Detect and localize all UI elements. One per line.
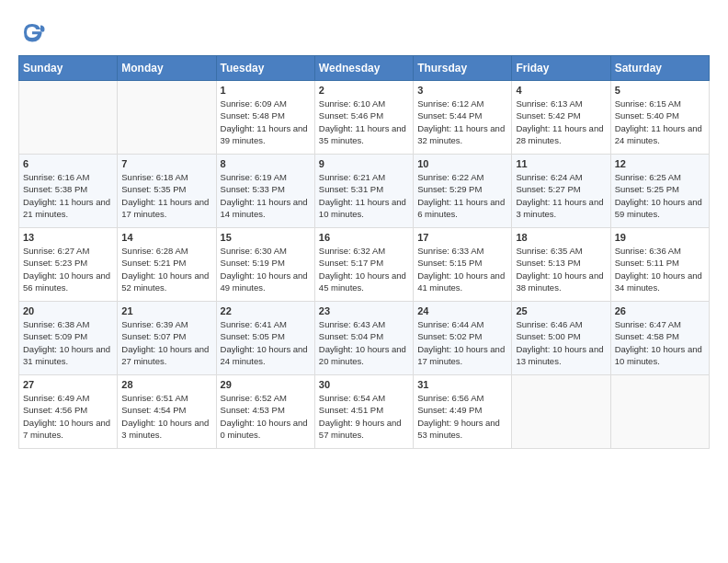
- calendar-cell: 21Sunrise: 6:39 AM Sunset: 5:07 PM Dayli…: [118, 302, 216, 375]
- day-number: 12: [615, 158, 705, 169]
- calendar-cell: [19, 81, 118, 155]
- calendar-cell: 19Sunrise: 6:36 AM Sunset: 5:11 PM Dayli…: [610, 228, 709, 302]
- day-header-thursday: Thursday: [414, 56, 512, 81]
- calendar-cell: 22Sunrise: 6:41 AM Sunset: 5:05 PM Dayli…: [216, 302, 314, 375]
- calendar-cell: 14Sunrise: 6:28 AM Sunset: 5:21 PM Dayli…: [118, 228, 216, 302]
- day-info: Sunrise: 6:43 AM Sunset: 5:04 PM Dayligh…: [319, 318, 409, 367]
- day-info: Sunrise: 6:19 AM Sunset: 5:33 PM Dayligh…: [221, 171, 311, 220]
- day-number: 6: [23, 158, 113, 169]
- calendar-cell: 23Sunrise: 6:43 AM Sunset: 5:04 PM Dayli…: [314, 302, 413, 375]
- day-number: 9: [319, 158, 409, 169]
- page-header: [18, 18, 710, 46]
- day-number: 16: [319, 232, 409, 243]
- calendar-cell: 5Sunrise: 6:15 AM Sunset: 5:40 PM Daylig…: [610, 81, 709, 155]
- calendar-cell: 27Sunrise: 6:49 AM Sunset: 4:56 PM Dayli…: [19, 375, 118, 449]
- day-number: 10: [417, 158, 507, 169]
- calendar-cell: 7Sunrise: 6:18 AM Sunset: 5:35 PM Daylig…: [118, 155, 216, 228]
- day-header-saturday: Saturday: [610, 56, 709, 81]
- day-number: 31: [417, 379, 507, 390]
- day-number: 8: [221, 158, 311, 169]
- day-number: 22: [221, 305, 311, 316]
- day-info: Sunrise: 6:32 AM Sunset: 5:17 PM Dayligh…: [319, 245, 409, 293]
- day-info: Sunrise: 6:46 AM Sunset: 5:00 PM Dayligh…: [516, 318, 606, 367]
- day-number: 17: [417, 232, 507, 243]
- day-number: 26: [615, 305, 705, 316]
- calendar-cell: 26Sunrise: 6:47 AM Sunset: 4:58 PM Dayli…: [610, 302, 709, 375]
- calendar-cell: 4Sunrise: 6:13 AM Sunset: 5:42 PM Daylig…: [512, 81, 610, 155]
- calendar-cell: 17Sunrise: 6:33 AM Sunset: 5:15 PM Dayli…: [414, 228, 512, 302]
- day-header-friday: Friday: [512, 56, 610, 81]
- calendar-week-3: 13Sunrise: 6:27 AM Sunset: 5:23 PM Dayli…: [19, 228, 710, 302]
- day-info: Sunrise: 6:10 AM Sunset: 5:46 PM Dayligh…: [319, 98, 409, 146]
- calendar-cell: 15Sunrise: 6:30 AM Sunset: 5:19 PM Dayli…: [216, 228, 314, 302]
- day-number: 21: [121, 305, 211, 316]
- day-info: Sunrise: 6:33 AM Sunset: 5:15 PM Dayligh…: [417, 245, 507, 293]
- logo-icon: [18, 18, 46, 46]
- calendar-cell: 10Sunrise: 6:22 AM Sunset: 5:29 PM Dayli…: [414, 155, 512, 228]
- calendar-cell: [512, 375, 610, 449]
- calendar-week-5: 27Sunrise: 6:49 AM Sunset: 4:56 PM Dayli…: [19, 375, 710, 449]
- day-number: 25: [516, 305, 606, 316]
- calendar-cell: [118, 81, 216, 155]
- day-number: 7: [121, 158, 211, 169]
- calendar-cell: 11Sunrise: 6:24 AM Sunset: 5:27 PM Dayli…: [512, 155, 610, 228]
- day-info: Sunrise: 6:51 AM Sunset: 4:54 PM Dayligh…: [121, 392, 211, 441]
- calendar-cell: 29Sunrise: 6:52 AM Sunset: 4:53 PM Dayli…: [216, 375, 314, 449]
- day-number: 11: [516, 158, 606, 169]
- calendar-cell: 1Sunrise: 6:09 AM Sunset: 5:48 PM Daylig…: [216, 81, 314, 155]
- day-info: Sunrise: 6:44 AM Sunset: 5:02 PM Dayligh…: [417, 318, 507, 367]
- calendar-cell: 30Sunrise: 6:54 AM Sunset: 4:51 PM Dayli…: [314, 375, 413, 449]
- day-info: Sunrise: 6:18 AM Sunset: 5:35 PM Dayligh…: [121, 171, 211, 220]
- calendar-cell: 2Sunrise: 6:10 AM Sunset: 5:46 PM Daylig…: [314, 81, 413, 155]
- day-info: Sunrise: 6:24 AM Sunset: 5:27 PM Dayligh…: [516, 171, 606, 220]
- day-header-tuesday: Tuesday: [216, 56, 314, 81]
- day-header-monday: Monday: [118, 56, 216, 81]
- day-info: Sunrise: 6:22 AM Sunset: 5:29 PM Dayligh…: [417, 171, 507, 220]
- day-info: Sunrise: 6:38 AM Sunset: 5:09 PM Dayligh…: [23, 318, 113, 367]
- calendar-cell: 25Sunrise: 6:46 AM Sunset: 5:00 PM Dayli…: [512, 302, 610, 375]
- day-number: 5: [615, 85, 705, 96]
- day-info: Sunrise: 6:21 AM Sunset: 5:31 PM Dayligh…: [319, 171, 409, 220]
- calendar-cell: 20Sunrise: 6:38 AM Sunset: 5:09 PM Dayli…: [19, 302, 118, 375]
- day-number: 23: [319, 305, 409, 316]
- day-info: Sunrise: 6:30 AM Sunset: 5:19 PM Dayligh…: [221, 245, 311, 293]
- day-number: 4: [516, 85, 606, 96]
- day-number: 27: [23, 379, 113, 390]
- day-info: Sunrise: 6:27 AM Sunset: 5:23 PM Dayligh…: [23, 245, 113, 293]
- day-info: Sunrise: 6:39 AM Sunset: 5:07 PM Dayligh…: [121, 318, 211, 367]
- calendar-cell: 18Sunrise: 6:35 AM Sunset: 5:13 PM Dayli…: [512, 228, 610, 302]
- day-number: 19: [615, 232, 705, 243]
- calendar-cell: 8Sunrise: 6:19 AM Sunset: 5:33 PM Daylig…: [216, 155, 314, 228]
- day-number: 30: [319, 379, 409, 390]
- day-header-wednesday: Wednesday: [314, 56, 413, 81]
- day-number: 2: [319, 85, 409, 96]
- calendar: SundayMondayTuesdayWednesdayThursdayFrid…: [18, 55, 710, 449]
- calendar-cell: 31Sunrise: 6:56 AM Sunset: 4:49 PM Dayli…: [414, 375, 512, 449]
- day-info: Sunrise: 6:52 AM Sunset: 4:53 PM Dayligh…: [221, 392, 311, 441]
- day-info: Sunrise: 6:13 AM Sunset: 5:42 PM Dayligh…: [516, 98, 606, 146]
- day-info: Sunrise: 6:56 AM Sunset: 4:49 PM Dayligh…: [417, 392, 507, 441]
- calendar-week-1: 1Sunrise: 6:09 AM Sunset: 5:48 PM Daylig…: [19, 81, 710, 155]
- day-number: 28: [121, 379, 211, 390]
- day-number: 3: [417, 85, 507, 96]
- day-number: 13: [23, 232, 113, 243]
- day-info: Sunrise: 6:54 AM Sunset: 4:51 PM Dayligh…: [319, 392, 409, 441]
- day-info: Sunrise: 6:47 AM Sunset: 4:58 PM Dayligh…: [615, 318, 705, 367]
- calendar-cell: 12Sunrise: 6:25 AM Sunset: 5:25 PM Dayli…: [610, 155, 709, 228]
- day-info: Sunrise: 6:35 AM Sunset: 5:13 PM Dayligh…: [516, 245, 606, 293]
- calendar-header-row: SundayMondayTuesdayWednesdayThursdayFrid…: [19, 56, 710, 81]
- calendar-cell: 9Sunrise: 6:21 AM Sunset: 5:31 PM Daylig…: [314, 155, 413, 228]
- day-number: 18: [516, 232, 606, 243]
- day-number: 1: [221, 85, 311, 96]
- calendar-cell: [610, 375, 709, 449]
- day-info: Sunrise: 6:28 AM Sunset: 5:21 PM Dayligh…: [121, 245, 211, 293]
- calendar-cell: 16Sunrise: 6:32 AM Sunset: 5:17 PM Dayli…: [314, 228, 413, 302]
- calendar-cell: 6Sunrise: 6:16 AM Sunset: 5:38 PM Daylig…: [19, 155, 118, 228]
- logo: [18, 18, 50, 46]
- day-number: 20: [23, 305, 113, 316]
- day-info: Sunrise: 6:15 AM Sunset: 5:40 PM Dayligh…: [615, 98, 705, 146]
- calendar-cell: 28Sunrise: 6:51 AM Sunset: 4:54 PM Dayli…: [118, 375, 216, 449]
- calendar-cell: 3Sunrise: 6:12 AM Sunset: 5:44 PM Daylig…: [414, 81, 512, 155]
- day-info: Sunrise: 6:36 AM Sunset: 5:11 PM Dayligh…: [615, 245, 705, 293]
- day-info: Sunrise: 6:41 AM Sunset: 5:05 PM Dayligh…: [221, 318, 311, 367]
